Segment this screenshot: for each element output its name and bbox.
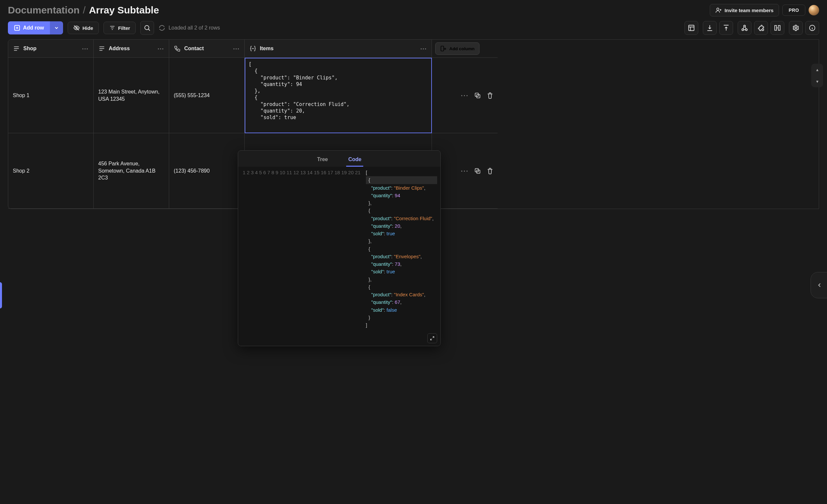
right-drawer-toggle[interactable] [811, 272, 827, 298]
expand-editor-button[interactable] [427, 333, 437, 343]
search-icon [144, 24, 151, 32]
svg-point-12 [252, 49, 253, 49]
filter-icon [109, 24, 115, 31]
filter-button[interactable]: Filter [103, 22, 136, 34]
status-text: Loaded all 2 of 2 rows [168, 25, 220, 31]
info-icon [809, 24, 816, 32]
code-content[interactable]: [ { "product": "Binder Clips", "quantity… [364, 167, 440, 331]
col-label: Shop [23, 46, 37, 52]
trash-icon[interactable] [486, 92, 494, 99]
col-head-address[interactable]: Address ⋯ [94, 40, 169, 58]
col-menu[interactable]: ⋯ [420, 45, 427, 53]
import-icon [706, 24, 713, 32]
cell-shop[interactable]: Shop 1 [8, 58, 94, 133]
cell-contact[interactable]: (555) 555-1234 [169, 58, 245, 133]
copy-icon[interactable] [474, 167, 481, 175]
col-menu[interactable]: ⋯ [233, 45, 240, 53]
plus-icon [14, 24, 20, 31]
breadcrumb-leaf: Array Subtable [89, 5, 159, 16]
col-head-items[interactable]: Items ⋯ [245, 40, 432, 58]
svg-rect-9 [778, 25, 780, 31]
svg-rect-4 [689, 25, 694, 31]
pro-badge[interactable]: PRO [782, 5, 805, 16]
scroll-down-button[interactable]: ▾ [811, 75, 823, 87]
add-column-label: Add column [449, 46, 475, 51]
export-icon [723, 24, 730, 32]
user-plus-icon [715, 7, 722, 13]
cell-contact[interactable]: (123) 456-7890 [169, 133, 245, 209]
layout-button[interactable] [684, 21, 698, 35]
add-column-button[interactable]: Add column [435, 42, 480, 55]
cell-address[interactable]: 123 Main Street, Anytown, USA 12345 [94, 58, 169, 133]
breadcrumb-sep: / [83, 5, 85, 16]
scroll-up-button[interactable]: ▴ [811, 64, 823, 75]
row-actions: ⋯ [432, 58, 498, 133]
code-editor[interactable]: 1 2 3 4 5 6 7 8 9 10 11 12 13 14 15 16 1… [238, 167, 440, 331]
avatar[interactable] [809, 5, 819, 15]
add-row-label: Add row [23, 25, 44, 31]
col-head-contact[interactable]: Contact ⋯ [169, 40, 245, 58]
add-row-button[interactable]: Add row [8, 21, 63, 35]
col-label: Contact [184, 46, 204, 52]
trash-icon[interactable] [486, 167, 494, 175]
row-menu[interactable]: ⋯ [460, 166, 469, 176]
text-column-icon [98, 45, 105, 52]
col-label: Items [260, 46, 274, 52]
copy-icon[interactable] [474, 92, 481, 99]
svg-point-14 [253, 49, 253, 49]
invite-button[interactable]: Invite team members [710, 4, 779, 16]
svg-point-3 [145, 25, 149, 30]
settings-button[interactable] [789, 21, 803, 35]
schema-button[interactable] [771, 21, 784, 35]
svg-point-13 [253, 49, 253, 49]
eye-off-icon [73, 24, 80, 31]
search-button[interactable] [140, 21, 154, 35]
webhooks-button[interactable] [738, 21, 751, 35]
breadcrumb: Documentation / Array Subtable [8, 5, 159, 16]
line-numbers: 1 2 3 4 5 6 7 8 9 10 11 12 13 14 15 16 1… [238, 167, 364, 331]
left-rail-indicator[interactable] [0, 282, 2, 309]
tab-code[interactable]: Code [346, 153, 363, 167]
chevron-down-icon [54, 25, 59, 31]
invite-label: Invite team members [725, 8, 773, 13]
gear-icon [792, 24, 799, 32]
export-button[interactable] [719, 21, 733, 35]
extensions-button[interactable] [754, 21, 768, 35]
refresh-icon [159, 24, 165, 31]
text-column-icon [13, 45, 20, 52]
info-button[interactable] [805, 21, 819, 35]
svg-rect-15 [441, 46, 444, 51]
col-menu[interactable]: ⋯ [82, 45, 89, 53]
cell-shop[interactable]: Shop 2 [8, 133, 94, 209]
col-menu[interactable]: ⋯ [157, 45, 164, 53]
row-actions: ⋯ [432, 133, 498, 209]
json-editor-popover: Tree Code 1 2 3 4 5 6 7 8 9 10 11 12 13 … [238, 150, 441, 346]
cell-address[interactable]: 456 Park Avenue, Sometown, Canada A1B 2C… [94, 133, 169, 209]
svg-point-0 [717, 8, 719, 10]
add-row-dropdown[interactable] [50, 21, 63, 35]
columns-icon [774, 24, 781, 32]
import-button[interactable] [703, 21, 717, 35]
hide-label: Hide [83, 25, 93, 31]
expand-icon [430, 336, 435, 341]
puzzle-icon [758, 24, 765, 32]
hide-button[interactable]: Hide [68, 22, 99, 34]
chevron-left-icon [816, 282, 823, 288]
cell-items[interactable]: [ { "product": "Binder Clips", "quantity… [245, 58, 432, 133]
filter-label: Filter [118, 25, 130, 31]
breadcrumb-root[interactable]: Documentation [8, 5, 80, 16]
svg-point-10 [795, 27, 797, 29]
add-column-icon [440, 45, 447, 52]
tab-tree[interactable]: Tree [315, 153, 330, 167]
webhook-icon [741, 24, 748, 32]
layout-icon [688, 24, 695, 32]
load-status: Loaded all 2 of 2 rows [159, 24, 220, 31]
phone-icon [174, 45, 181, 52]
json-icon [249, 45, 256, 52]
svg-rect-8 [775, 25, 777, 31]
col-label: Address [109, 46, 130, 52]
col-head-shop[interactable]: Shop ⋯ [8, 40, 94, 58]
row-menu[interactable]: ⋯ [460, 91, 469, 100]
